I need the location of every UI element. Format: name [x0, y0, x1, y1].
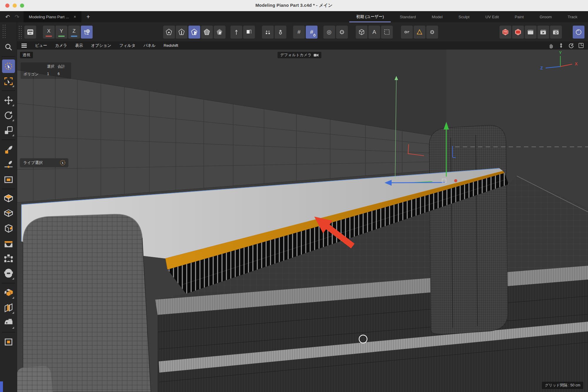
palette-drag-handle[interactable] — [2, 24, 6, 39]
menu-view[interactable]: ビュー — [35, 43, 47, 48]
render-picture-viewer-button[interactable] — [525, 26, 537, 39]
layout-tab-sculpt[interactable]: Sculpt — [450, 11, 477, 22]
layout-tab-groom[interactable]: Groom — [532, 11, 559, 22]
rectangle-selection-tool[interactable] — [2, 74, 15, 88]
snap-settings-button[interactable] — [275, 26, 286, 39]
menu-filter[interactable]: フィルタ — [119, 43, 136, 48]
maximize-view-icon[interactable] — [578, 43, 584, 48]
layout-tab-startup[interactable]: 初期 (ユーザー) — [348, 11, 392, 22]
annular-ring-button[interactable]: ◎ — [323, 26, 335, 39]
palette-separator — [2, 139, 15, 140]
frame-region-tool[interactable] — [2, 173, 15, 186]
extrude-tool[interactable] — [2, 192, 15, 205]
view-label[interactable]: 透視 — [20, 52, 33, 58]
palette-separator — [2, 56, 15, 57]
undo-icon[interactable]: ↶ — [3, 11, 12, 22]
camera-icon — [314, 53, 319, 57]
render-view-button[interactable]: RV — [500, 26, 511, 39]
grid-spacing-status: グリッド間隔 : 50 cm — [542, 382, 583, 389]
points-mode-button[interactable] — [163, 26, 175, 39]
enable-axis-button[interactable] — [230, 26, 242, 39]
axis-lock-y-button[interactable]: Y — [56, 26, 67, 39]
palette-scroll-indicator[interactable] — [0, 381, 3, 392]
isolate-select-button[interactable] — [381, 26, 393, 39]
render-settings-button[interactable] — [550, 26, 562, 39]
snap-button[interactable] — [262, 26, 274, 39]
move-tool[interactable] — [2, 94, 15, 107]
camera-label[interactable]: デフォルトカメラ — [278, 52, 321, 58]
menu-options[interactable]: オプション — [91, 43, 111, 48]
bevel-tool[interactable] — [2, 222, 15, 235]
layout-tab-paint[interactable]: Paint — [507, 11, 532, 22]
viewport-canvas[interactable]: Y Z X 透視 選択 合計 ポリゴン 1 6 デフォルトカメラ ライブ選択 — [17, 49, 588, 392]
modeling-settings-button[interactable] — [24, 26, 36, 39]
minimize-window-button[interactable] — [13, 4, 17, 8]
render-active-view-button[interactable] — [512, 26, 524, 39]
zoom-window-button[interactable] — [20, 4, 24, 8]
tweak-spline-tool[interactable] — [2, 158, 15, 171]
iron-tool[interactable] — [2, 316, 15, 330]
new-tab-button[interactable]: + — [81, 11, 95, 22]
smooth-mask-tool[interactable] — [2, 267, 15, 280]
layout-tab-standard[interactable]: Standard — [392, 11, 424, 22]
live-selection-cursor-icon — [59, 160, 66, 166]
redo-icon[interactable]: ↷ — [12, 11, 22, 22]
close-tab-icon[interactable]: × — [74, 14, 76, 19]
settings-gear-button[interactable] — [426, 26, 438, 39]
weight-tool[interactable] — [2, 252, 15, 265]
menu-redshift[interactable]: Redshift — [163, 43, 178, 48]
bottom-left-block — [17, 366, 53, 392]
text-tool-button[interactable]: A — [368, 26, 380, 39]
render-animation-button[interactable] — [537, 26, 549, 39]
scale-tool[interactable] — [2, 124, 15, 137]
selection-col-header: 選択 — [47, 64, 58, 69]
workplane-button[interactable] — [243, 26, 255, 39]
menu-display[interactable]: 表示 — [75, 43, 83, 48]
bridge-tool[interactable] — [2, 237, 15, 250]
coordinate-system-button[interactable] — [81, 26, 93, 39]
quantize-button[interactable]: # — [293, 26, 305, 39]
dolly-icon[interactable] — [558, 43, 564, 48]
rotate-tool[interactable] — [2, 109, 15, 122]
selection-info-panel: 選択 合計 ポリゴン 1 6 — [21, 62, 71, 79]
axis-lock-z-button[interactable]: Z — [68, 26, 80, 39]
volume-cubes-tool[interactable] — [2, 286, 15, 300]
layout-tab-uvedit[interactable]: UV Edit — [477, 11, 507, 22]
texture-mode-button[interactable] — [214, 26, 225, 39]
filter-eye-button[interactable] — [401, 26, 413, 39]
viewport-nav-icons — [548, 43, 584, 48]
menu-panel[interactable]: パネル — [143, 43, 156, 48]
model-mode-button[interactable] — [201, 26, 213, 39]
pan-hand-icon[interactable] — [548, 43, 554, 48]
toolbar-drag-handle[interactable] — [18, 25, 22, 39]
3d-scene: Y Z X — [17, 49, 588, 392]
layout-tab-track[interactable]: Track — [560, 11, 588, 22]
layout-tab-model[interactable]: Model — [424, 11, 451, 22]
live-selection-tool[interactable] — [2, 59, 15, 73]
document-tab[interactable]: Modeling Piano Part ... × — [24, 11, 81, 22]
polygon-group-tool[interactable] — [2, 335, 15, 349]
orbit-icon[interactable] — [568, 43, 574, 48]
gizmo-red-ball[interactable] — [454, 179, 457, 182]
axis-lock-x-button[interactable]: X — [43, 26, 55, 39]
pen-tool[interactable] — [2, 143, 15, 156]
main-toolbar: X Y Z — [17, 22, 588, 42]
menu-camera[interactable]: カメラ — [55, 43, 67, 48]
view-cube-button[interactable] — [356, 26, 368, 39]
polygons-mode-button[interactable] — [188, 26, 200, 39]
simulate-sphere-button[interactable] — [573, 26, 584, 39]
axis-handle-x[interactable] — [391, 182, 445, 183]
symmetry-planes-tool[interactable] — [2, 301, 15, 315]
modeling-gear-button[interactable] — [336, 26, 348, 39]
close-window-button[interactable] — [5, 4, 9, 8]
falloff-triangle-button[interactable] — [414, 26, 425, 39]
palette-separator — [2, 332, 15, 333]
y-underline — [58, 36, 65, 37]
cheek-block-left — [23, 214, 151, 392]
grid-snap-button[interactable]: # — [306, 26, 318, 39]
search-tool[interactable] — [2, 40, 15, 54]
edges-mode-button[interactable] — [176, 26, 188, 39]
viewport-menu-icon[interactable] — [21, 43, 27, 48]
window-title: Modeling Piano Part 3.c4d * - メイン — [255, 3, 333, 8]
extrude-inner-tool[interactable] — [2, 207, 15, 220]
